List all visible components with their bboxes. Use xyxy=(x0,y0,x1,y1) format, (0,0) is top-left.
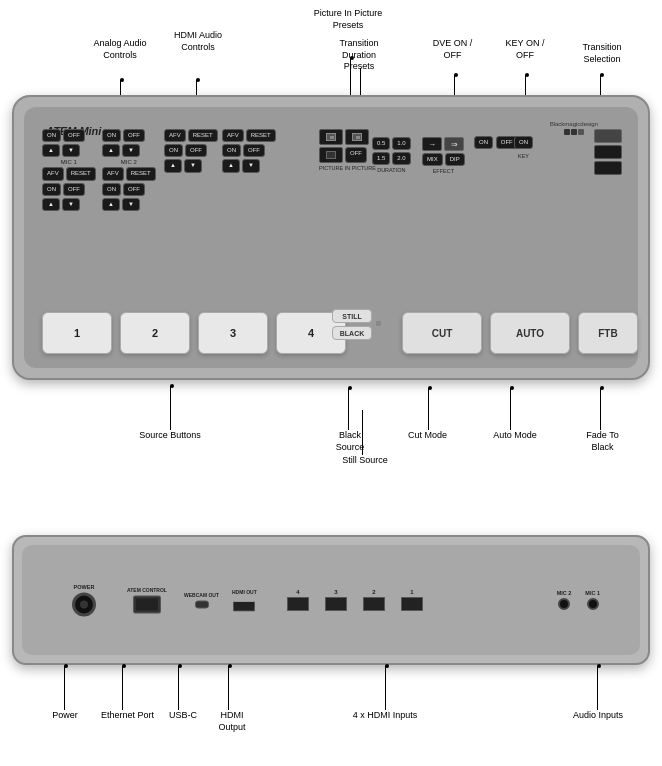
still-source-label: Still Source xyxy=(340,455,390,467)
ftb-btn[interactable]: FTB xyxy=(578,312,638,354)
key-label: KEY xyxy=(514,153,533,159)
dur-05-btn[interactable]: 0.5 xyxy=(372,137,390,150)
trans-sel-3[interactable] xyxy=(594,161,622,175)
blackmagic-logo: Blackmagicdesign xyxy=(550,121,598,135)
auto-btn[interactable]: AUTO xyxy=(490,312,570,354)
ch3-up-btn[interactable]: ▲ xyxy=(164,159,182,172)
ch2-down-btn[interactable]: ▼ xyxy=(122,144,140,157)
device-back: POWER ATEM CONTROL WEBCAM OUT HDMI OUT xyxy=(12,535,650,665)
ch3-afv-btn[interactable]: AFV xyxy=(164,129,186,142)
transition-controls: → ⇒ MIX DIP EFFECT xyxy=(422,137,465,174)
ch2-on-btn[interactable]: ON xyxy=(102,129,121,142)
ch3-down-btn[interactable]: ▼ xyxy=(184,159,202,172)
device-back-inner: POWER ATEM CONTROL WEBCAM OUT HDMI OUT xyxy=(22,545,640,655)
ch4-reset-btn[interactable]: RESET xyxy=(246,129,276,142)
ch2-up2-btn[interactable]: ▲ xyxy=(102,198,120,211)
source-buttons-label: Source Buttons xyxy=(130,430,210,442)
ch1-reset-btn[interactable]: RESET xyxy=(66,167,96,180)
still-black-buttons: STILL BLACK xyxy=(332,309,372,340)
atem-control-group: ATEM CONTROL xyxy=(127,587,167,614)
mic-1-jack: MIC 1 xyxy=(585,590,600,610)
hdmi-input-3: 3 xyxy=(325,589,347,611)
ch3-reset-btn[interactable]: RESET xyxy=(188,129,218,142)
ethernet-back-label: Ethernet Port xyxy=(100,710,155,722)
ch2-off-btn[interactable]: OFF xyxy=(123,129,145,142)
action-buttons-row: CUT AUTO FTB xyxy=(402,312,638,354)
transition-selection-label: Transition Selection xyxy=(567,42,637,65)
dve-on-btn[interactable]: ON xyxy=(474,136,493,149)
trans-forward-btn[interactable]: → xyxy=(422,137,442,151)
usb-c-back-label: USB-C xyxy=(163,710,203,722)
audio-ch1: ON OFF ▲ ▼ MIC 1 AFV RESET ON OFF ▲ xyxy=(42,129,96,211)
hdmi-out-label: HDMI OUT xyxy=(232,589,257,595)
ch2-afv-btn[interactable]: AFV xyxy=(102,167,124,180)
key-on-btn[interactable]: ON xyxy=(514,136,533,149)
ch2-down2-btn[interactable]: ▼ xyxy=(122,198,140,211)
ch2-on2-btn[interactable]: ON xyxy=(102,183,121,196)
hdmi-input-2-port xyxy=(363,597,385,611)
ch1-up-btn[interactable]: ▲ xyxy=(42,144,60,157)
key-controls: ON KEY xyxy=(514,135,533,159)
hdmi-input-1-label: 1 xyxy=(410,589,413,595)
still-btn[interactable]: STILL xyxy=(332,309,372,323)
source-buttons-row: 1 2 3 4 xyxy=(42,312,346,354)
black-btn[interactable]: BLACK xyxy=(332,326,372,340)
analog-audio-label: Analog Audio Controls xyxy=(90,38,150,61)
dur-10-btn[interactable]: 1.0 xyxy=(392,137,410,150)
ch4-down-btn[interactable]: ▼ xyxy=(242,159,260,172)
ch4-afv-btn[interactable]: AFV xyxy=(222,129,244,142)
dur-20-btn[interactable]: 2.0 xyxy=(392,152,410,165)
hdmi-input-4-label: 4 xyxy=(296,589,299,595)
ch1-up2-btn[interactable]: ▲ xyxy=(42,198,60,211)
device-front-inner: ATEM Mini Blackmagicdesign ON OFF ▲ xyxy=(24,107,638,368)
dur-15-btn[interactable]: 1.5 xyxy=(372,152,390,165)
cut-mode-label: Cut Mode xyxy=(405,430,450,442)
mic2-jack-label: MIC 2 xyxy=(557,590,572,596)
ch1-on-btn[interactable]: ON xyxy=(42,129,61,142)
ch1-off-btn[interactable]: OFF xyxy=(63,129,85,142)
mic1-port xyxy=(587,598,599,610)
duration-presets: 0.5 1.0 1.5 2.0 DURATION xyxy=(372,137,411,173)
ch4-up-btn[interactable]: ▲ xyxy=(222,159,240,172)
transition-selection xyxy=(594,129,622,175)
ch1-on2-btn[interactable]: ON xyxy=(42,183,61,196)
ch3-on-btn[interactable]: ON xyxy=(164,144,183,157)
trans-sel-2[interactable] xyxy=(594,145,622,159)
ch1-off2-btn[interactable]: OFF xyxy=(63,183,85,196)
ch3-off-btn[interactable]: OFF xyxy=(185,144,207,157)
ch2-reset-btn[interactable]: RESET xyxy=(126,167,156,180)
ch4-on-btn[interactable]: ON xyxy=(222,144,241,157)
transition-duration-label: Transition Duration Presets xyxy=(330,38,388,73)
hdmi-output-back-label: HDMI Output xyxy=(207,710,257,733)
power-back-label: Power xyxy=(45,710,85,722)
effect-dip-btn[interactable]: DIP xyxy=(445,153,465,166)
ch2-off2-btn[interactable]: OFF xyxy=(123,183,145,196)
front-panel-section: Analog Audio Controls HDMI Audio Control… xyxy=(0,0,662,480)
trans-reverse-btn[interactable]: ⇒ xyxy=(444,137,464,151)
audio-inputs-back-label: Audio Inputs xyxy=(563,710,633,722)
pip-off-btn[interactable]: OFF xyxy=(345,147,367,163)
cut-btn[interactable]: CUT xyxy=(402,312,482,354)
webcam-out-port xyxy=(195,601,209,609)
ch2-up-btn[interactable]: ▲ xyxy=(102,144,120,157)
ch1-down-btn[interactable]: ▼ xyxy=(62,144,80,157)
pip-pos-btn[interactable] xyxy=(319,147,343,163)
ch1-afv-btn[interactable]: AFV xyxy=(42,167,64,180)
back-panel-section: POWER ATEM CONTROL WEBCAM OUT HDMI OUT xyxy=(0,480,662,766)
source-btn-1[interactable]: 1 xyxy=(42,312,112,354)
hdmi-input-2-label: 2 xyxy=(372,589,375,595)
source-btn-3[interactable]: 3 xyxy=(198,312,268,354)
pip-program-btn[interactable] xyxy=(345,129,369,145)
ch2-mic-label: MIC 2 xyxy=(102,159,156,165)
source-btn-2[interactable]: 2 xyxy=(120,312,190,354)
ch1-down2-btn[interactable]: ▼ xyxy=(62,198,80,211)
trans-sel-1[interactable] xyxy=(594,129,622,143)
mic2-port xyxy=(558,598,570,610)
effect-mix-btn[interactable]: MIX xyxy=(422,153,443,166)
hdmi-input-3-label: 3 xyxy=(334,589,337,595)
duration-label: DURATION xyxy=(372,167,411,173)
pip-presets-label: Picture In Picture Presets xyxy=(313,8,383,31)
hdmi-input-3-port xyxy=(325,597,347,611)
ch4-off-btn[interactable]: OFF xyxy=(243,144,265,157)
pip-preview-btn[interactable] xyxy=(319,129,343,145)
